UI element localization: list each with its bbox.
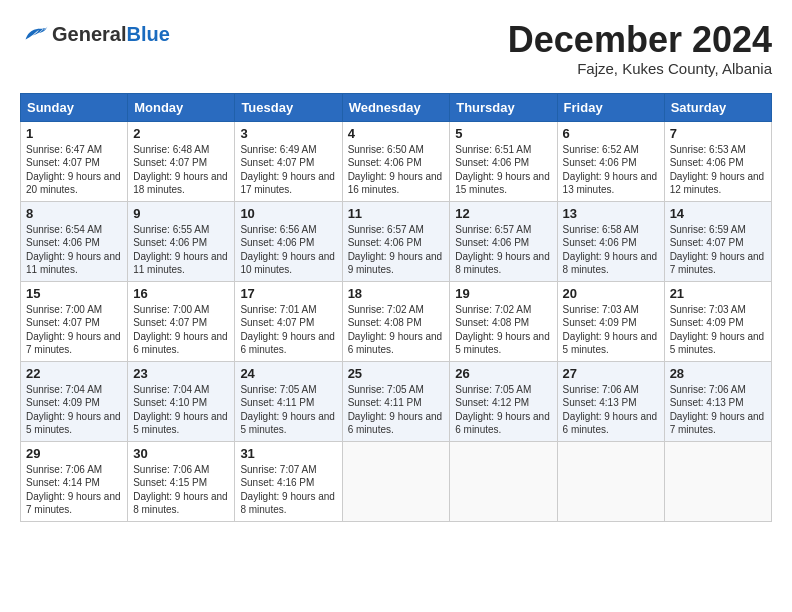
- logo-text: GeneralBlue: [52, 23, 170, 45]
- calendar-cell: 10Sunrise: 6:56 AMSunset: 4:06 PMDayligh…: [235, 201, 342, 281]
- day-number: 11: [348, 206, 445, 221]
- day-number: 20: [563, 286, 659, 301]
- day-number: 4: [348, 126, 445, 141]
- day-number: 22: [26, 366, 122, 381]
- calendar-cell: 30Sunrise: 7:06 AMSunset: 4:15 PMDayligh…: [128, 441, 235, 521]
- calendar-cell: 22Sunrise: 7:04 AMSunset: 4:09 PMDayligh…: [21, 361, 128, 441]
- day-number: 9: [133, 206, 229, 221]
- day-number: 10: [240, 206, 336, 221]
- day-info: Sunrise: 6:59 AMSunset: 4:07 PMDaylight:…: [670, 223, 766, 277]
- column-header-thursday: Thursday: [450, 93, 557, 121]
- calendar-week-row: 29Sunrise: 7:06 AMSunset: 4:14 PMDayligh…: [21, 441, 772, 521]
- day-number: 27: [563, 366, 659, 381]
- day-number: 8: [26, 206, 122, 221]
- calendar-cell: [664, 441, 771, 521]
- day-number: 17: [240, 286, 336, 301]
- day-info: Sunrise: 6:55 AMSunset: 4:06 PMDaylight:…: [133, 223, 229, 277]
- day-info: Sunrise: 6:50 AMSunset: 4:06 PMDaylight:…: [348, 143, 445, 197]
- day-info: Sunrise: 7:01 AMSunset: 4:07 PMDaylight:…: [240, 303, 336, 357]
- calendar-week-row: 8Sunrise: 6:54 AMSunset: 4:06 PMDaylight…: [21, 201, 772, 281]
- calendar-week-row: 22Sunrise: 7:04 AMSunset: 4:09 PMDayligh…: [21, 361, 772, 441]
- calendar-cell: 18Sunrise: 7:02 AMSunset: 4:08 PMDayligh…: [342, 281, 450, 361]
- calendar-cell: 3Sunrise: 6:49 AMSunset: 4:07 PMDaylight…: [235, 121, 342, 201]
- day-number: 12: [455, 206, 551, 221]
- day-number: 13: [563, 206, 659, 221]
- day-number: 3: [240, 126, 336, 141]
- day-number: 2: [133, 126, 229, 141]
- calendar-cell: 26Sunrise: 7:05 AMSunset: 4:12 PMDayligh…: [450, 361, 557, 441]
- calendar-cell: 5Sunrise: 6:51 AMSunset: 4:06 PMDaylight…: [450, 121, 557, 201]
- calendar-cell: 24Sunrise: 7:05 AMSunset: 4:11 PMDayligh…: [235, 361, 342, 441]
- calendar-cell: 31Sunrise: 7:07 AMSunset: 4:16 PMDayligh…: [235, 441, 342, 521]
- day-info: Sunrise: 7:00 AMSunset: 4:07 PMDaylight:…: [26, 303, 122, 357]
- day-info: Sunrise: 6:53 AMSunset: 4:06 PMDaylight:…: [670, 143, 766, 197]
- day-info: Sunrise: 7:05 AMSunset: 4:11 PMDaylight:…: [240, 383, 336, 437]
- column-header-wednesday: Wednesday: [342, 93, 450, 121]
- day-info: Sunrise: 7:06 AMSunset: 4:13 PMDaylight:…: [563, 383, 659, 437]
- calendar-cell: [450, 441, 557, 521]
- day-number: 29: [26, 446, 122, 461]
- day-info: Sunrise: 6:52 AMSunset: 4:06 PMDaylight:…: [563, 143, 659, 197]
- day-number: 26: [455, 366, 551, 381]
- calendar-cell: 28Sunrise: 7:06 AMSunset: 4:13 PMDayligh…: [664, 361, 771, 441]
- calendar-cell: 29Sunrise: 7:06 AMSunset: 4:14 PMDayligh…: [21, 441, 128, 521]
- column-header-sunday: Sunday: [21, 93, 128, 121]
- day-info: Sunrise: 7:04 AMSunset: 4:09 PMDaylight:…: [26, 383, 122, 437]
- calendar-table: SundayMondayTuesdayWednesdayThursdayFrid…: [20, 93, 772, 522]
- day-number: 16: [133, 286, 229, 301]
- calendar-cell: 9Sunrise: 6:55 AMSunset: 4:06 PMDaylight…: [128, 201, 235, 281]
- day-number: 15: [26, 286, 122, 301]
- day-info: Sunrise: 7:03 AMSunset: 4:09 PMDaylight:…: [670, 303, 766, 357]
- day-number: 30: [133, 446, 229, 461]
- day-number: 6: [563, 126, 659, 141]
- calendar-cell: 20Sunrise: 7:03 AMSunset: 4:09 PMDayligh…: [557, 281, 664, 361]
- calendar-cell: 12Sunrise: 6:57 AMSunset: 4:06 PMDayligh…: [450, 201, 557, 281]
- day-info: Sunrise: 6:51 AMSunset: 4:06 PMDaylight:…: [455, 143, 551, 197]
- day-number: 28: [670, 366, 766, 381]
- calendar-cell: 16Sunrise: 7:00 AMSunset: 4:07 PMDayligh…: [128, 281, 235, 361]
- calendar-cell: 17Sunrise: 7:01 AMSunset: 4:07 PMDayligh…: [235, 281, 342, 361]
- calendar-cell: 19Sunrise: 7:02 AMSunset: 4:08 PMDayligh…: [450, 281, 557, 361]
- day-info: Sunrise: 6:54 AMSunset: 4:06 PMDaylight:…: [26, 223, 122, 277]
- logo: GeneralBlue: [20, 20, 170, 48]
- day-info: Sunrise: 7:05 AMSunset: 4:11 PMDaylight:…: [348, 383, 445, 437]
- day-number: 21: [670, 286, 766, 301]
- day-info: Sunrise: 6:57 AMSunset: 4:06 PMDaylight:…: [455, 223, 551, 277]
- logo-blue-text: Blue: [126, 23, 169, 45]
- calendar-cell: 2Sunrise: 6:48 AMSunset: 4:07 PMDaylight…: [128, 121, 235, 201]
- calendar-cell: 1Sunrise: 6:47 AMSunset: 4:07 PMDaylight…: [21, 121, 128, 201]
- calendar-cell: 11Sunrise: 6:57 AMSunset: 4:06 PMDayligh…: [342, 201, 450, 281]
- day-info: Sunrise: 7:07 AMSunset: 4:16 PMDaylight:…: [240, 463, 336, 517]
- day-number: 24: [240, 366, 336, 381]
- calendar-cell: 14Sunrise: 6:59 AMSunset: 4:07 PMDayligh…: [664, 201, 771, 281]
- day-number: 7: [670, 126, 766, 141]
- calendar-cell: 15Sunrise: 7:00 AMSunset: 4:07 PMDayligh…: [21, 281, 128, 361]
- logo-general-text: General: [52, 23, 126, 45]
- column-header-tuesday: Tuesday: [235, 93, 342, 121]
- day-info: Sunrise: 7:00 AMSunset: 4:07 PMDaylight:…: [133, 303, 229, 357]
- day-info: Sunrise: 6:49 AMSunset: 4:07 PMDaylight:…: [240, 143, 336, 197]
- day-number: 25: [348, 366, 445, 381]
- day-number: 5: [455, 126, 551, 141]
- calendar-cell: 6Sunrise: 6:52 AMSunset: 4:06 PMDaylight…: [557, 121, 664, 201]
- location-text: Fajze, Kukes County, Albania: [508, 60, 772, 77]
- day-info: Sunrise: 6:58 AMSunset: 4:06 PMDaylight:…: [563, 223, 659, 277]
- day-info: Sunrise: 6:47 AMSunset: 4:07 PMDaylight:…: [26, 143, 122, 197]
- page-header: GeneralBlue December 2024 Fajze, Kukes C…: [20, 20, 772, 77]
- calendar-cell: 13Sunrise: 6:58 AMSunset: 4:06 PMDayligh…: [557, 201, 664, 281]
- day-info: Sunrise: 7:06 AMSunset: 4:15 PMDaylight:…: [133, 463, 229, 517]
- month-title: December 2024: [508, 20, 772, 60]
- calendar-cell: [342, 441, 450, 521]
- calendar-cell: 8Sunrise: 6:54 AMSunset: 4:06 PMDaylight…: [21, 201, 128, 281]
- day-info: Sunrise: 7:06 AMSunset: 4:13 PMDaylight:…: [670, 383, 766, 437]
- column-header-saturday: Saturday: [664, 93, 771, 121]
- calendar-cell: 4Sunrise: 6:50 AMSunset: 4:06 PMDaylight…: [342, 121, 450, 201]
- title-block: December 2024 Fajze, Kukes County, Alban…: [508, 20, 772, 77]
- day-info: Sunrise: 7:04 AMSunset: 4:10 PMDaylight:…: [133, 383, 229, 437]
- day-info: Sunrise: 7:02 AMSunset: 4:08 PMDaylight:…: [348, 303, 445, 357]
- day-number: 1: [26, 126, 122, 141]
- day-info: Sunrise: 7:02 AMSunset: 4:08 PMDaylight:…: [455, 303, 551, 357]
- calendar-header-row: SundayMondayTuesdayWednesdayThursdayFrid…: [21, 93, 772, 121]
- day-info: Sunrise: 7:03 AMSunset: 4:09 PMDaylight:…: [563, 303, 659, 357]
- calendar-cell: 25Sunrise: 7:05 AMSunset: 4:11 PMDayligh…: [342, 361, 450, 441]
